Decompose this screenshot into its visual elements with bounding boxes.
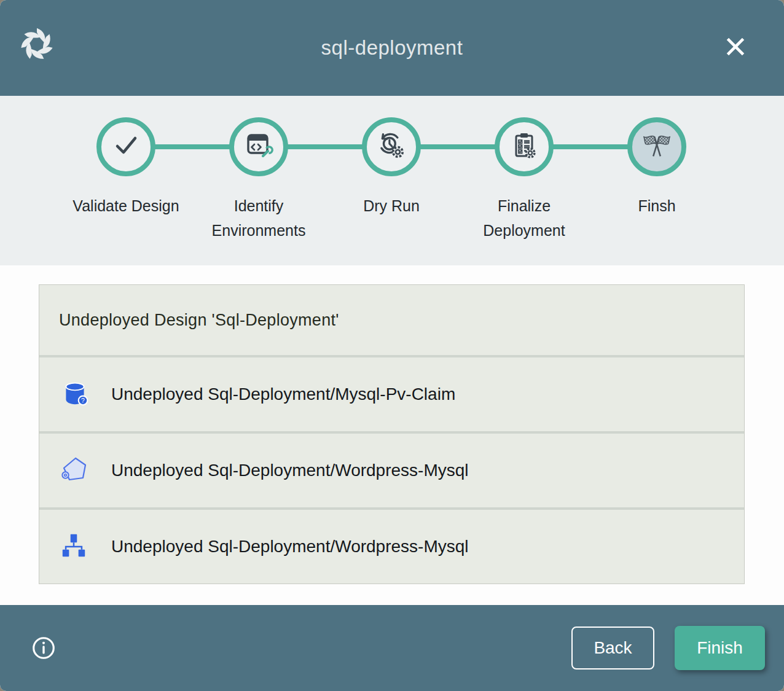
result-row-wordpress-mysql-2[interactable]: Undeployed Sql-Deployment/Wordpress-Mysq… — [39, 507, 744, 584]
deployment-wizard-dialog: sql-deployment Vali — [0, 0, 784, 691]
step-circle — [229, 117, 288, 176]
step-label: Finsh — [638, 193, 675, 218]
result-text: Undeployed Sql-Deployment/Wordpress-Mysq… — [111, 461, 469, 480]
check-icon — [110, 130, 142, 164]
dry-run-icon — [376, 130, 407, 163]
info-icon — [31, 654, 57, 663]
finish-button[interactable]: Finish — [675, 626, 765, 670]
pentagon-icon — [60, 455, 90, 486]
step-circle — [627, 117, 686, 176]
step-circle — [495, 117, 554, 176]
step-label: Dry Run — [363, 193, 420, 218]
back-button[interactable]: Back — [571, 627, 654, 670]
step-finalize-deployment[interactable]: Finalize Deployment — [458, 96, 590, 243]
step-label: Validate Design — [73, 193, 179, 218]
step-dry-run[interactable]: Dry Run — [325, 96, 458, 243]
step-validate-design[interactable]: Validate Design — [60, 96, 192, 243]
result-row-wordpress-mysql-1[interactable]: Undeployed Sql-Deployment/Wordpress-Mysq… — [39, 431, 744, 507]
clipboard-gear-icon — [509, 131, 539, 163]
result-row-mysql-pv-claim[interactable]: ? Undeployed Sql-Deployment/Mysql-Pv-Cla… — [39, 355, 744, 431]
results-header: Undeployed Design 'Sql-Deployment' — [39, 285, 744, 355]
dialog-footer: Back Finish — [0, 605, 784, 691]
checkered-flags-icon — [640, 129, 673, 165]
close-icon — [723, 34, 748, 61]
dialog-header: sql-deployment — [0, 0, 784, 96]
svg-text:?: ? — [81, 397, 85, 404]
sitemap-icon — [60, 531, 90, 562]
results-content: Undeployed Design 'Sql-Deployment' ? Und… — [0, 265, 784, 605]
close-button[interactable] — [721, 33, 750, 62]
result-text: Undeployed Sql-Deployment/Mysql-Pv-Claim — [111, 385, 455, 404]
wizard-stepper: Validate Design — [0, 96, 784, 265]
database-icon: ? — [60, 379, 90, 410]
step-identify-environments[interactable]: Identify Environments — [192, 96, 325, 243]
step-circle — [96, 117, 155, 176]
step-label: Identify Environments — [192, 193, 325, 243]
step-circle — [362, 117, 421, 176]
results-panel: Undeployed Design 'Sql-Deployment' ? Und… — [39, 284, 745, 584]
step-finish[interactable]: Finsh — [590, 96, 723, 243]
dialog-title: sql-deployment — [0, 0, 784, 96]
info-button[interactable] — [31, 635, 57, 661]
step-label: Finalize Deployment — [458, 193, 590, 243]
result-text: Undeployed Sql-Deployment/Wordpress-Mysq… — [111, 537, 469, 556]
code-window-wrench-icon — [244, 131, 273, 163]
